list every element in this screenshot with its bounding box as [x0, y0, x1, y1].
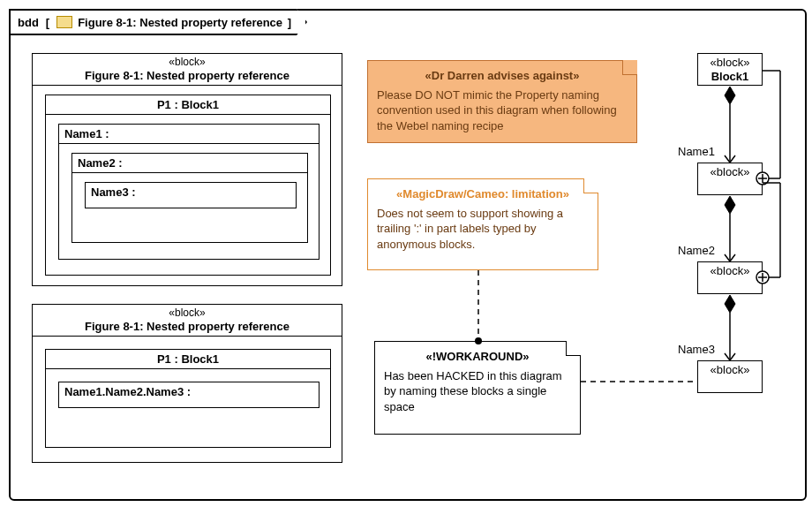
svg-marker-8 [725, 196, 735, 214]
frame-tab: bdd [ Figure 8-1: Nested property refere… [9, 9, 307, 35]
chain-anon1: «block» [697, 163, 763, 195]
bdd-icon [56, 16, 72, 28]
frame-kind: bdd [18, 16, 39, 29]
note-fold-icon [622, 60, 637, 75]
block-path-name: Figure 8-1: Nested property reference [36, 320, 338, 334]
block-nested: «block» Figure 8-1: Nested property refe… [32, 53, 342, 286]
composition-3 [725, 295, 735, 360]
chain-label1: Name1 [678, 145, 715, 158]
path-p1: P1 : Block1 Name1.Name2.Name3 : [45, 349, 331, 448]
bdd-frame: bdd [ Figure 8-1: Nested property refere… [9, 9, 807, 501]
note-limitation: «MagicDraw/Cameo: limitation» Does not s… [367, 178, 598, 270]
noteC-stereo: «!WORKAROUND» [384, 349, 571, 365]
noteC-body: Has been HACKED in this diagram by namin… [384, 368, 571, 415]
part-name3: Name3 : [85, 182, 297, 208]
composition-1 [725, 87, 735, 163]
path-p1-hdr: P1 : Block1 [46, 350, 330, 369]
note-workaround: «!WORKAROUND» Has been HACKED in this di… [374, 341, 581, 435]
block-nested-stereo: «block» [36, 56, 338, 69]
chain-b1-stereo: «block» [703, 165, 756, 179]
block-path-stereo: «block» [36, 306, 338, 320]
chain-b2-stereo: «block» [703, 264, 756, 278]
chain-b0-name: Block1 [703, 70, 756, 84]
block-nested-header: «block» Figure 8-1: Nested property refe… [33, 54, 342, 86]
chain-anon2: «block» [697, 261, 763, 294]
chain-b3-stereo: «block» [703, 363, 756, 377]
noteA-stereo: «Dr Darren advises against» [377, 68, 628, 84]
part-name2: Name2 : Name3 : [71, 153, 308, 243]
chain-label3: Name3 [678, 343, 715, 356]
note-fold-icon [566, 341, 581, 356]
part-name1-hdr: Name1 : [59, 125, 319, 144]
chain-b0-stereo: «block» [703, 56, 756, 70]
note-fold-icon [583, 178, 598, 193]
path-nested: Name1.Name2.Name3 : [58, 382, 320, 408]
block-path-header: «block» Figure 8-1: Nested property refe… [33, 305, 342, 337]
block-path: «block» Figure 8-1: Nested property refe… [32, 304, 342, 463]
part-p1: P1 : Block1 Name1 : Name2 : Name3 : [45, 95, 331, 276]
noteA-body: Please DO NOT mimic the Property naming … [377, 87, 628, 134]
bracket-close: ] [284, 16, 291, 29]
bracket-open: [ [46, 16, 49, 29]
part-name1: Name1 : Name2 : Name3 : [58, 124, 320, 260]
svg-marker-0 [725, 87, 735, 104]
part-p1-hdr: P1 : Block1 [46, 95, 330, 115]
block-nested-name: Figure 8-1: Nested property reference [36, 69, 338, 83]
path-nested-hdr: Name1.Name2.Name3 : [59, 382, 319, 401]
anchor-noteB [475, 270, 482, 344]
composition-2 [725, 196, 735, 261]
noteB-body: Does not seem to support showing a trail… [377, 206, 589, 253]
chain-block1: «block» Block1 [697, 53, 763, 86]
diagram-canvas: bdd [ Figure 8-1: Nested property refere… [0, 0, 812, 507]
chain-anon3: «block» [697, 360, 763, 393]
part-name3-hdr: Name3 : [86, 183, 296, 201]
svg-marker-16 [725, 295, 735, 313]
note-advises-against: «Dr Darren advises against» Please DO NO… [367, 60, 637, 143]
noteB-stereo: «MagicDraw/Cameo: limitation» [377, 186, 589, 202]
part-name2-hdr: Name2 : [72, 154, 307, 173]
frame-title: Figure 8-1: Nested property reference [78, 16, 282, 29]
chain-label2: Name2 [678, 244, 715, 257]
